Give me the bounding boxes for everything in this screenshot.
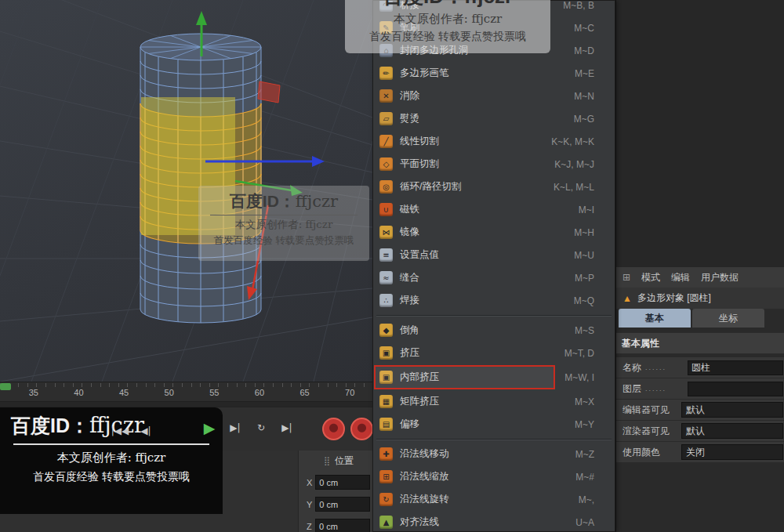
menu-item-shortcut: M~, [579,494,594,505]
menu-item-label: 线性切割 [400,135,545,148]
menu-item-label: 矩阵挤压 [400,395,568,408]
menu-item[interactable]: ╱ 线性切割 K~K, M~K [373,130,615,153]
menu-item-shortcut: K~J, M~J [554,159,594,170]
timeline-tick: 65 [282,388,328,397]
attribute-tabs: 基本 坐标 [619,309,784,328]
object-header-label: 多边形对象 [圆柱] [637,291,711,305]
name-input[interactable] [688,360,783,375]
polygon-tools-context-menu: ◠ 桥接 M~B, B ✎ 笔刷 M~C ⌂ 封闭多边形孔洞 M~D [372,0,615,532]
grip-icon: ⣿ [324,456,330,466]
watermark-top-line2: 首发百度经验 转载要点赞投票哦 [345,30,550,44]
property-row-editor-visibility: 编辑器可见 默认 [616,400,784,420]
editor-visibility-label: 编辑器可见 [622,404,670,417]
record-keyframe-button[interactable] [322,418,345,440]
timeline-handle[interactable] [0,383,11,390]
menu-item[interactable]: ⊞ 沿法线缩放 M~# [373,465,615,488]
property-row-use-color: 使用颜色 关闭 [616,442,784,462]
menu-item-shortcut: M~C [574,23,594,34]
polygon-object-icon: ▲ [622,293,632,304]
menu-item-icon: ∪ [379,203,393,216]
layer-input[interactable] [688,382,783,396]
use-color-dropdown[interactable]: 关闭 [681,444,783,460]
axis-z-arrowhead [312,156,325,167]
menu-item[interactable]: ✏ 多边形画笔 M~E [373,62,615,85]
coord-z-input[interactable] [315,519,370,532]
menu-edit[interactable]: 编辑 [671,271,690,284]
render-visibility-dropdown[interactable]: 默认 [681,423,783,439]
menu-item[interactable]: ▲ 对齐法线 U~A [373,511,615,532]
watermark-center-rule [210,215,357,215]
menu-item[interactable]: ∴ 焊接 M~Q [373,289,615,312]
menu-user-data[interactable]: 用户数据 [701,271,739,284]
menu-item-label: 偏移 [400,418,568,431]
menu-item-icon: ▦ [379,395,393,408]
menu-item-label: 循环/路径切割 [400,180,547,194]
cylinder-mesh[interactable] [140,34,261,323]
c4d-window: 3540455055606570 |◀◀ ◀| ▶ ▶| ↻ ▶| ⣿ 位置 X… [0,0,784,532]
plane-handle-red[interactable] [258,81,280,103]
menu-item[interactable]: ▣ 挤压 M~T, D [373,342,615,364]
menu-item-shortcut: M~B, B [563,0,594,11]
previous-frame-button[interactable]: ◀| [134,420,158,442]
autokey-button[interactable] [350,418,373,440]
menu-item-icon: ◇ [379,157,393,171]
menu-item[interactable]: ▱ 熨烫 M~G [373,107,615,130]
next-frame-button[interactable]: ▶| [223,417,247,439]
menu-item-shortcut: K~L, M~L [554,182,594,193]
context-menu-list: ◠ 桥接 M~B, B ✎ 笔刷 M~C ⌂ 封闭多边形孔洞 M~D [373,0,615,532]
menu-item-label: 设置点值 [400,248,568,262]
menu-item-shortcut: K~K, M~K [551,136,594,147]
tab-coordinates[interactable]: 坐标 [692,309,764,328]
watermark-center-line1: 本文原创作者: ffjczr [198,218,369,232]
loop-button[interactable]: ↻ [249,417,273,439]
coord-y-input[interactable] [315,497,370,512]
menu-item[interactable]: ⋈ 镜像 M~H [373,221,615,244]
property-row-name: 名称 ...... [616,357,784,378]
layer-label: 图层 [622,382,641,396]
tab-basic[interactable]: 基本 [619,309,691,328]
menu-item-icon: ⊞ [379,470,393,483]
menu-item[interactable]: ✚ 沿法线移动 M~Z [373,443,615,465]
watermark-top-line1: 本文原创作者: ffjczr [345,12,550,27]
menu-item-icon: ▲ [379,516,393,529]
menu-item-shortcut: M~G [574,114,594,125]
watermark-bottom-line1: 本文原创作者: ffjczr [0,451,223,465]
timeline-ruler[interactable]: 3540455055606570 [0,382,372,407]
go-to-start-button[interactable]: |◀◀ [108,420,132,442]
menu-item[interactable]: ▤ 偏移 M~Y [373,413,615,436]
menu-item[interactable]: ✕ 消除 M~N [373,85,615,107]
menu-item-shortcut: M~S [575,325,594,336]
menu-item[interactable]: ≈ 缝合 M~P [373,266,615,289]
timeline-tick: 50 [147,388,192,397]
watermark-center: 百度ID：ffjczr 本文原创作者: ffjczr 首发百度经验 转载要点赞投… [198,186,369,261]
watermark-top-cut-line: 百度ID：ffjczr [345,0,550,8]
menu-item-label: 消除 [400,89,568,103]
menu-item[interactable]: ◆ 倒角 M~S [373,319,615,342]
menu-item[interactable]: ≡ 设置点值 M~U [373,244,615,266]
timeline-tick: 45 [101,388,147,397]
menu-item-shortcut: M~U [574,250,594,261]
layout-icon: ⊞ [622,272,630,283]
menu-item[interactable]: ↻ 沿法线旋转 M~, [373,488,615,511]
coord-x-input[interactable] [315,475,370,490]
menu-item[interactable]: ◎ 循环/路径切割 K~L, M~L [373,176,615,198]
menu-item[interactable]: ▣ 内部挤压 M~W, I [373,364,615,390]
play-button[interactable]: ▶ [198,417,221,439]
menu-item[interactable]: ◇ 平面切割 K~J, M~J [373,153,615,176]
record-buttons-group [322,418,373,440]
menu-item-shortcut: M~W, I [564,372,594,383]
editor-visibility-dropdown[interactable]: 默认 [681,402,783,418]
timeline-tick: 70 [327,388,372,397]
menu-item[interactable]: ▦ 矩阵挤压 M~X [373,390,615,413]
coordinates-title: 位置 [335,454,354,468]
go-to-end-button[interactable]: ▶| [275,417,299,439]
transport-main-group: ▶ ▶| ↻ ▶| [198,417,299,439]
property-row-render-visibility: 渲染器可见 默认 [616,421,784,441]
menu-item-shortcut: M~P [575,273,594,284]
menu-item[interactable]: ∪ 磁铁 M~I [373,198,615,221]
menu-mode[interactable]: 模式 [641,271,660,284]
menu-item-icon: ╱ [379,135,393,148]
render-visibility-label: 渲染器可见 [622,425,670,438]
menu-item-label: 磁铁 [400,203,572,216]
menu-item-icon: ✏ [379,67,393,80]
